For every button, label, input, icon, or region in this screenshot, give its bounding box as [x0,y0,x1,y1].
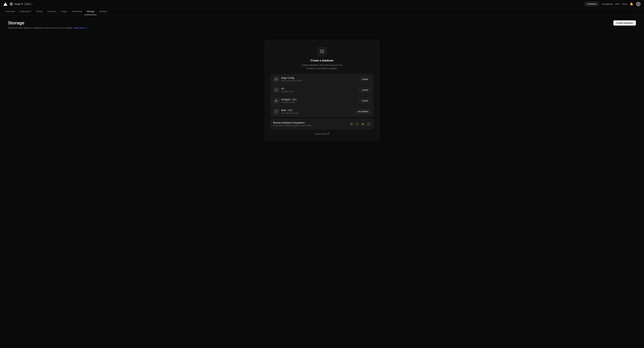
docs-link[interactable]: Docs [622,3,627,5]
database-icon-wrapper [317,47,327,56]
edge-config-desc: Ultra-low latency reads [281,80,302,82]
bell-icon[interactable]: 🔔 [630,2,633,5]
blob-name: Blob Invite [281,109,298,112]
help-link[interactable]: Help [615,3,620,5]
upstash-icon: ⬆ [355,122,360,126]
postgres-create-button[interactable]: Create [359,98,371,103]
browse-integrations[interactable]: Browse Database Integrations Extend your… [270,119,374,129]
edge-config-info: Edge Config Ultra-low latency reads [281,76,302,82]
nav-item-integrations[interactable]: Integrations [17,8,33,15]
db-options-list: Edge Config Ultra-low latency reads Crea… [270,74,374,117]
supabase-icon: ⚡ [360,122,365,126]
nav-item-settings[interactable]: Settings [97,8,109,15]
page-subtitle: Read and write directly to databases and… [8,26,88,29]
browse-external-link-icon[interactable] [366,122,371,126]
postgres-option: Postgres Beta Serverless SQL Create [270,96,374,106]
edge-config-create-button[interactable]: Create [359,77,371,82]
browse-left: Browse Database Integrations Extend your… [273,121,312,127]
svg-point-3 [275,100,277,101]
postgres-left: Postgres Beta Serverless SQL [273,98,297,104]
create-database-card: Create a database Create databases and s… [265,40,379,141]
card-subtitle: Create databases and stores that you can… [302,63,342,70]
beta-badge: Beta [292,98,297,101]
svg-point-1 [276,79,277,80]
avatar: IR [10,2,13,6]
postgres-desc: Serverless SQL [281,101,297,103]
browse-title: Browse Database Integrations [273,121,312,124]
edge-config-icon [273,76,279,82]
edge-config-left: Edge Config Ultra-low latency reads [273,76,302,82]
main-nav: Overview Integrations Activity Domains U… [0,8,644,15]
blob-desc: Fast object storage [281,112,298,114]
database-icon [320,49,324,54]
edge-config-option: Edge Config Ultra-low latency reads Crea… [270,74,374,84]
nav-item-usage[interactable]: Usage [58,8,70,15]
page-header: Storage Read and write directly to datab… [8,20,636,29]
nav-item-overview[interactable]: Overview [3,8,17,15]
create-database-button[interactable]: Create Database [613,20,636,25]
kv-option: KV Durable Redis Create [270,85,374,95]
external-link-footer-icon [327,133,329,135]
user-info[interactable]: IR Ilango R Hobby ▾ [10,2,34,6]
blob-join-waitlist-button[interactable]: Join Waitlist [355,109,371,114]
planetscale-icon [349,122,354,126]
header-left: IR Ilango R Hobby ▾ [3,2,34,6]
nav-item-activity[interactable]: Activity [33,8,45,15]
changelog-link[interactable]: Changelog [602,3,612,5]
kv-left: KV Durable Redis [273,87,294,93]
page-header-text: Storage Read and write directly to datab… [8,20,88,29]
nav-item-monitoring[interactable]: Monitoring [69,8,84,15]
postgres-icon [273,98,279,104]
header: IR Ilango R Hobby ▾ Feedback Changelog H… [0,0,644,8]
external-link-icon: ↗ [86,26,88,29]
user-badge: Hobby [24,3,32,5]
postgres-name: Postgres Beta [281,98,297,101]
page-content: Storage Read and write directly to datab… [0,15,644,146]
divider [0,34,644,35]
nav-item-domains[interactable]: Domains [45,8,58,15]
svg-point-0 [320,49,324,51]
postgres-info: Postgres Beta Serverless SQL [281,98,297,103]
blob-info: Blob Invite Fast object storage [281,109,298,114]
browse-subtitle: Extend your database options even furthe… [273,124,312,127]
blob-left: Blob Invite Fast object storage [273,108,298,115]
kv-icon [273,87,279,93]
chevron-down-icon: ▾ [33,3,34,5]
feedback-button[interactable]: Feedback [584,2,599,6]
browse-icons: ⬆ ⚡ [349,122,371,126]
nav-item-storage[interactable]: Storage [84,8,97,15]
blob-option: Blob Invite Fast object storage Join Wai… [270,106,374,117]
user-name: Ilango R [14,3,22,5]
card-title: Create a database [310,59,334,62]
blob-icon [273,108,279,115]
header-right: Feedback Changelog Help Docs 🔔 [584,2,641,6]
learn-more-footer[interactable]: Learn more [315,133,329,135]
page-title: Storage [8,20,88,25]
invite-badge: Invite [287,109,293,112]
kv-name: KV [281,87,294,90]
vercel-logo-icon[interactable] [3,2,8,6]
edge-config-name: Edge Config [281,76,302,79]
kv-create-button[interactable]: Create [359,88,371,92]
kv-info: KV Durable Redis [281,87,294,93]
kv-desc: Durable Redis [281,90,294,93]
learn-more-header-link[interactable]: Learn more ↗ [74,26,87,29]
user-avatar[interactable] [636,2,641,6]
